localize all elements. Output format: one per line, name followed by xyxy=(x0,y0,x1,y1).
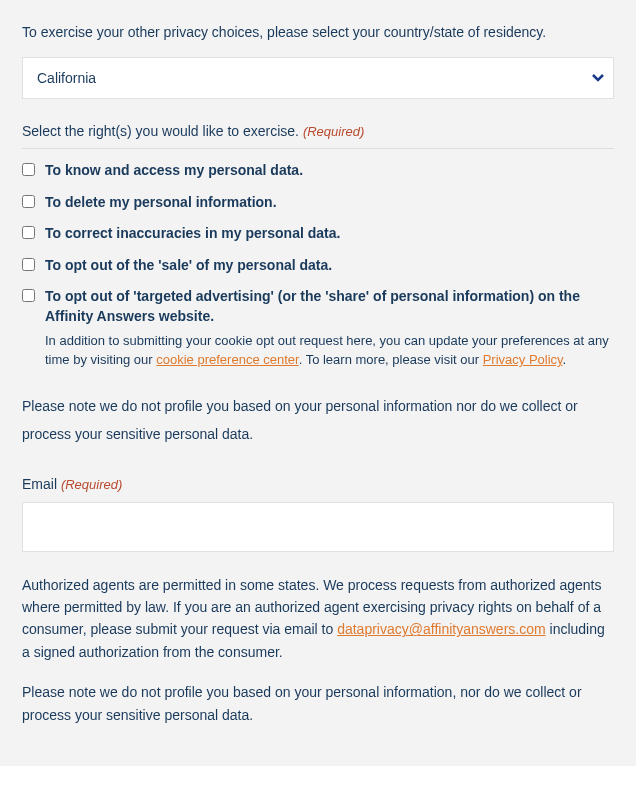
profile-note: Please note we do not profile you based … xyxy=(22,392,614,448)
intro-text: To exercise your other privacy choices, … xyxy=(22,22,614,43)
checkbox-label: To opt out of the 'sale' of my personal … xyxy=(45,257,332,273)
required-marker: (Required) xyxy=(61,477,122,492)
checkbox-optout-targeted[interactable] xyxy=(22,289,35,302)
rights-label-text: Select the right(s) you would like to ex… xyxy=(22,123,299,139)
checkbox-know-access[interactable] xyxy=(22,163,35,176)
checkbox-content: To correct inaccuracies in my personal d… xyxy=(45,224,614,244)
privacy-form-container: To exercise your other privacy choices, … xyxy=(0,0,636,766)
helper-mid: . To learn more, please visit our xyxy=(299,352,483,367)
checkbox-content: To opt out of the 'sale' of my personal … xyxy=(45,256,614,276)
state-select[interactable]: California xyxy=(22,57,614,99)
rights-checkbox-list: To know and access my personal data. To … xyxy=(22,161,614,370)
state-select-wrapper: California xyxy=(22,57,614,99)
checkbox-label: To opt out of 'targeted advertising' (or… xyxy=(45,288,580,324)
checkbox-helper-text: In addition to submitting your cookie op… xyxy=(45,331,614,370)
checkbox-label: To delete my personal information. xyxy=(45,194,277,210)
checkbox-item-know-access: To know and access my personal data. xyxy=(22,161,614,181)
checkbox-content: To opt out of 'targeted advertising' (or… xyxy=(45,287,614,369)
email-label-row: Email (Required) xyxy=(22,476,614,492)
authorized-agent-text: Authorized agents are permitted in some … xyxy=(22,574,614,664)
checkbox-label: To know and access my personal data. xyxy=(45,162,303,178)
checkbox-item-correct: To correct inaccuracies in my personal d… xyxy=(22,224,614,244)
privacy-policy-link[interactable]: Privacy Policy xyxy=(483,352,563,367)
checkbox-content: To delete my personal information. xyxy=(45,193,614,213)
checkbox-label: To correct inaccuracies in my personal d… xyxy=(45,225,340,241)
helper-post: . xyxy=(563,352,567,367)
rights-section-label: Select the right(s) you would like to ex… xyxy=(22,121,614,149)
required-marker: (Required) xyxy=(303,124,364,139)
email-label-text: Email xyxy=(22,476,57,492)
submit-container: SUBMIT xyxy=(0,766,636,788)
checkbox-correct[interactable] xyxy=(22,226,35,239)
checkbox-content: To know and access my personal data. xyxy=(45,161,614,181)
checkbox-item-optout-targeted: To opt out of 'targeted advertising' (or… xyxy=(22,287,614,369)
email-input[interactable] xyxy=(22,502,614,552)
checkbox-item-optout-sale: To opt out of the 'sale' of my personal … xyxy=(22,256,614,276)
checkbox-optout-sale[interactable] xyxy=(22,258,35,271)
profile-note-2: Please note we do not profile you based … xyxy=(22,681,614,726)
dataprivacy-email-link[interactable]: dataprivacy@affinityanswers.com xyxy=(337,621,545,637)
checkbox-delete[interactable] xyxy=(22,195,35,208)
cookie-preference-link[interactable]: cookie preference center xyxy=(156,352,298,367)
checkbox-item-delete: To delete my personal information. xyxy=(22,193,614,213)
